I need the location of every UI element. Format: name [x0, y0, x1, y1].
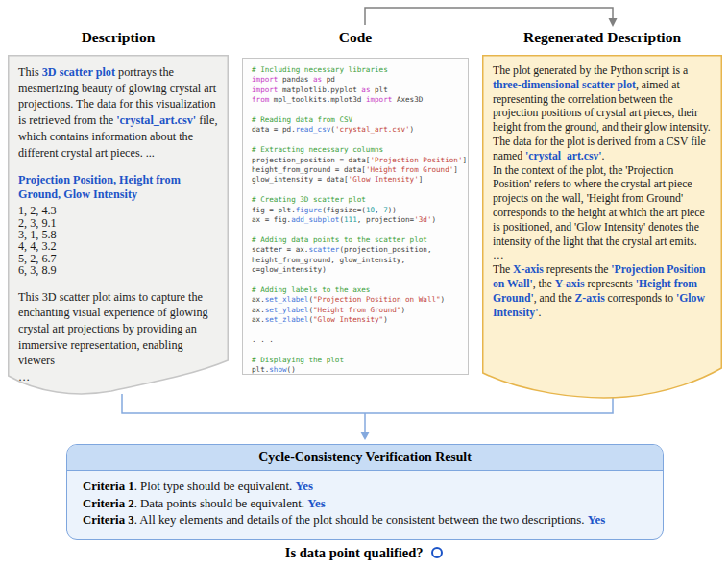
rich-line: c=glow_intensity)	[252, 265, 464, 275]
rich-line: import matplotlib.pyplot as plt	[252, 86, 464, 95]
rich-line: # Including necessary libraries	[252, 65, 464, 75]
rich-line: The plot generated by the Python script …	[493, 64, 712, 164]
rich-line	[252, 276, 464, 285]
cycle-consistency-figure: Description Code Regenerated Description…	[0, 0, 728, 568]
rich-line: # Adding labels to the axes	[252, 285, 464, 295]
rich-line: scatter = ax.scatter(projection_position…	[252, 245, 464, 255]
regenerated-description-panel: The plot generated by the Python script …	[482, 55, 722, 401]
rich-line: In the context of the plot, the 'Project…	[493, 164, 712, 250]
rich-line	[252, 345, 464, 355]
rich-line: # Creating 3D scatter plot	[252, 195, 464, 205]
rich-line: projection_position = data['Projection P…	[252, 156, 464, 165]
rich-line: glow_intensity = data['Glow Intensity']	[252, 175, 464, 185]
regenerated-panel-content: The plot generated by the Python script …	[482, 55, 722, 320]
rich-line: # Adding data points to the scatter plot	[252, 235, 464, 245]
rich-line: ax.set_ylabel("Height from Ground")	[252, 306, 464, 315]
rich-line	[252, 326, 464, 335]
description-paragraph-2: This 3D scatter plot aims to capture the…	[18, 289, 218, 370]
rich-line: # Reading data from CSV	[252, 115, 464, 125]
rich-line: The X-axis represents the 'Projection Po…	[493, 263, 712, 320]
qualified-question-label: Is data point qualified?	[285, 545, 424, 560]
code-panel: # Including necessary librariesimport pa…	[242, 58, 469, 375]
rich-line: ax = fig.add_subplot(111, projection='3d…	[252, 215, 464, 225]
rich-line: …	[493, 249, 712, 263]
rich-line	[252, 136, 464, 145]
rich-line: import pandas as pd	[252, 75, 464, 85]
description-panel: This 3D scatter plot portrays the mesmer…	[8, 55, 229, 397]
rich-line: # Extracting necessary columns	[252, 145, 464, 155]
description-paragraph-1: This 3D scatter plot portrays the mesmer…	[18, 64, 218, 161]
code-column-title: Code	[242, 29, 469, 46]
rich-line: # Displaying the plot	[252, 356, 464, 365]
regenerated-column-title: Regenerated Description	[482, 29, 722, 46]
rich-line: data = pd.read_csv('crystal_art.csv')	[252, 125, 464, 135]
rich-line: from mpl_toolkits.mplot3d import Axes3D	[252, 95, 464, 105]
description-column-title: Description	[8, 29, 229, 46]
rich-line: . . .	[252, 335, 464, 345]
qualified-question: Is data point qualified?	[0, 545, 728, 561]
rich-line: ax.set_zlabel("Glow Intensity")	[252, 315, 464, 325]
code-to-regen-connector	[365, 8, 613, 25]
code-to-regen-arrowhead	[609, 18, 618, 27]
rich-line	[252, 106, 464, 115]
rich-line: fig = plt.figure(figsize=(10, 7))	[252, 206, 464, 215]
description-panel-content: This 3D scatter plot portrays the mesmer…	[8, 55, 229, 385]
rich-line: plt.show()	[252, 365, 464, 375]
verification-result-box: Cycle-Consistency Verification Result Cr…	[66, 444, 664, 540]
rich-line: height_from_ground, glow_intensity,	[252, 256, 464, 265]
rich-line: height_from_ground = data['Height from G…	[252, 165, 464, 175]
qualified-circle-icon	[431, 547, 443, 558]
verification-criteria-list: Criteria 1. Plot type should be equivale…	[67, 471, 663, 530]
criteria-row-1: Criteria 1. Plot type should be equivale…	[83, 479, 647, 496]
csv-column-header: Projection Position, Height from Ground,…	[18, 173, 218, 202]
criteria-row-2: Criteria 2. Data points should be equiva…	[83, 496, 647, 513]
rich-line	[252, 226, 464, 235]
criteria-row-3: Criteria 3. All key elements and details…	[83, 512, 647, 530]
python-code-block: # Including necessary librariesimport pa…	[243, 59, 468, 376]
bracket-to-result-arrowhead	[360, 432, 370, 440]
description-ellipsis: …	[18, 369, 218, 385]
rich-line: ax.set_xlabel("Projection Position on Wa…	[252, 295, 464, 305]
verification-result-title: Cycle-Consistency Verification Result	[67, 445, 663, 471]
csv-data-values: 1, 2, 4.3 2, 3, 9.1 3, 1, 5.8 4, 4, 3.2 …	[18, 205, 218, 276]
rich-line	[252, 185, 464, 195]
